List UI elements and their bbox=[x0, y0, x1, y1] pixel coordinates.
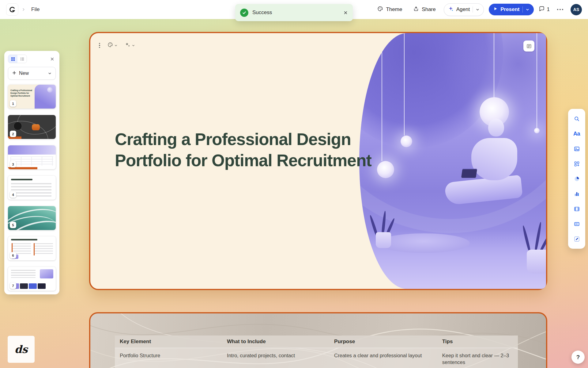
slide-thumbnail-list: Crafting a Professional Design Portfolio… bbox=[8, 85, 56, 291]
breadcrumb-file[interactable]: File bbox=[29, 5, 42, 14]
table-cell[interactable]: Portfolio Structure bbox=[115, 348, 222, 368]
slide-thumbnail-3[interactable]: 3 bbox=[8, 145, 56, 169]
card-theme-button[interactable] bbox=[106, 40, 119, 50]
slide-number-badge: 1 bbox=[10, 100, 16, 107]
pendant-lamp-icon bbox=[534, 128, 540, 133]
new-slide-button[interactable]: New bbox=[8, 67, 56, 80]
share-button[interactable]: Share bbox=[410, 3, 439, 16]
new-label: New bbox=[19, 71, 29, 76]
slide-number-badge: 4 bbox=[10, 191, 16, 198]
more-menu-button[interactable] bbox=[555, 6, 566, 13]
agent-label: Agent bbox=[456, 6, 470, 13]
table-cell[interactable]: Creates a clear and professional layout bbox=[329, 348, 437, 368]
slide-title[interactable]: Crafting a Professional Design Portfolio… bbox=[115, 129, 384, 171]
table-cell[interactable]: Intro, curated projects, contact bbox=[222, 348, 329, 368]
theme-palette-icon bbox=[377, 6, 383, 13]
bar-chart-icon[interactable] bbox=[571, 188, 583, 200]
slide-thumbnail-4[interactable]: 4 bbox=[8, 176, 56, 200]
table-header[interactable]: What to Include bbox=[222, 335, 329, 348]
slide-number-badge: 5 bbox=[10, 222, 16, 228]
edit-pen-icon[interactable] bbox=[571, 233, 583, 245]
top-bar-actions: Theme Share Agent bbox=[374, 3, 582, 16]
plant-illustration bbox=[520, 218, 546, 274]
filmstrip-icon[interactable] bbox=[571, 203, 583, 215]
plus-icon bbox=[12, 71, 17, 76]
toast-close-icon[interactable] bbox=[343, 10, 348, 15]
slide-thumbnail-2[interactable]: 2 bbox=[8, 115, 56, 139]
pie-chart-icon[interactable] bbox=[571, 173, 583, 185]
text-style-icon[interactable]: Aa bbox=[571, 128, 583, 140]
share-icon bbox=[413, 6, 419, 13]
slide-hero-image[interactable] bbox=[359, 33, 546, 289]
slides-panel-header bbox=[8, 55, 56, 63]
share-label: Share bbox=[422, 6, 435, 13]
slide-number-badge: 3 bbox=[10, 161, 16, 167]
slide-thumbnail-7[interactable]: 7 bbox=[8, 267, 56, 291]
slide-thumbnail-6[interactable]: 6 bbox=[8, 236, 56, 260]
lamp-cord bbox=[404, 33, 405, 136]
theme-label: Theme bbox=[386, 6, 402, 13]
slides-panel: New Crafting a Professional Design Portf… bbox=[4, 51, 59, 294]
insert-toolbar: Aa bbox=[568, 109, 585, 249]
success-toast: Success bbox=[235, 4, 353, 21]
table-header[interactable]: Purpose bbox=[329, 335, 437, 348]
new-chevron-down-icon[interactable] bbox=[48, 71, 52, 75]
palette-icon bbox=[107, 42, 113, 49]
view-toggle bbox=[8, 55, 27, 63]
search-icon[interactable] bbox=[571, 113, 583, 125]
thumbnail-image bbox=[35, 85, 56, 109]
toast-message: Success bbox=[252, 10, 339, 16]
person-illustration bbox=[488, 119, 504, 136]
grid-view-icon[interactable] bbox=[8, 55, 17, 63]
gamma-logo[interactable] bbox=[6, 3, 18, 16]
card-ai-button[interactable] bbox=[123, 40, 137, 50]
slide-thumbnail-1[interactable]: Crafting a Professional Design Portfolio… bbox=[8, 85, 56, 109]
sparkles-icon bbox=[125, 42, 130, 49]
card-notes-button[interactable] bbox=[523, 40, 534, 52]
pendant-lamp-icon bbox=[401, 136, 412, 147]
list-view-icon[interactable] bbox=[17, 55, 27, 63]
table-slide-card[interactable]: Key Element What to Include Purpose Tips… bbox=[89, 312, 547, 368]
image-icon[interactable] bbox=[571, 143, 583, 155]
comments-button[interactable]: 1 bbox=[539, 6, 550, 13]
slide-number-badge: 7 bbox=[10, 282, 16, 289]
present-button[interactable]: Present bbox=[489, 4, 533, 15]
chevron-down-icon bbox=[114, 44, 118, 47]
comment-count: 1 bbox=[547, 6, 550, 13]
help-button[interactable]: ? bbox=[571, 351, 585, 364]
slide-thumbnail-5[interactable]: 5 bbox=[8, 206, 56, 230]
table-header-row: Key Element What to Include Purpose Tips bbox=[115, 335, 518, 348]
app-root: File Theme Share Agent bbox=[0, 0, 588, 368]
panel-close-icon[interactable] bbox=[49, 56, 56, 63]
present-label: Present bbox=[500, 6, 519, 13]
agent-chevron-down-icon[interactable] bbox=[476, 8, 480, 12]
notes-icon bbox=[526, 43, 532, 49]
agent-button[interactable]: Agent bbox=[444, 3, 484, 16]
comment-bubble-icon bbox=[539, 6, 545, 13]
table: Key Element What to Include Purpose Tips… bbox=[115, 335, 518, 368]
table-row: Portfolio Structure Intro, curated proje… bbox=[115, 348, 518, 368]
play-icon bbox=[493, 6, 498, 13]
embed-card-icon[interactable] bbox=[571, 218, 583, 230]
plant-illustration bbox=[365, 202, 398, 248]
brand-watermark: ds bbox=[8, 336, 35, 363]
table-header[interactable]: Key Element bbox=[115, 335, 222, 348]
add-blocks-icon[interactable] bbox=[571, 158, 583, 170]
table-cell[interactable]: Keep it short and clear — 2–3 sentences bbox=[437, 348, 518, 368]
table-header[interactable]: Tips bbox=[437, 335, 518, 348]
agent-divider bbox=[473, 6, 473, 13]
slide-card[interactable]: Crafting a Professional Design Portfolio… bbox=[89, 32, 547, 290]
breadcrumb-chevron-icon bbox=[21, 7, 26, 12]
thumbnail-title: Crafting a Professional Design Portfolio… bbox=[10, 89, 36, 97]
theme-button[interactable]: Theme bbox=[374, 3, 405, 16]
agent-sparkle-icon bbox=[448, 6, 454, 13]
lamp-cord bbox=[494, 33, 494, 97]
slide-number-badge: 2 bbox=[10, 131, 16, 137]
drag-handle-icon[interactable] bbox=[97, 42, 102, 49]
present-chevron-down-icon[interactable] bbox=[526, 8, 530, 12]
person-illustration bbox=[471, 138, 517, 180]
chevron-down-icon bbox=[132, 44, 135, 47]
avatar[interactable]: AS bbox=[571, 4, 582, 15]
success-icon bbox=[240, 9, 248, 17]
slide-number-badge: 6 bbox=[10, 252, 16, 259]
